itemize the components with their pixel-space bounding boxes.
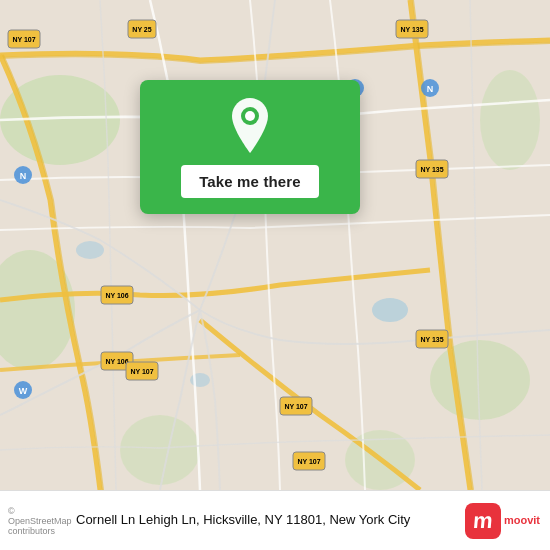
svg-text:NY 135: NY 135 — [420, 336, 443, 343]
map-svg: NY 25 NY 107 NY 135 NY 135 NY 135 NY 106… — [0, 0, 550, 490]
svg-text:NY 107: NY 107 — [12, 36, 35, 43]
svg-point-5 — [120, 415, 200, 485]
svg-text:NY 106: NY 106 — [105, 292, 128, 299]
svg-point-6 — [480, 70, 540, 170]
svg-point-39 — [245, 111, 255, 121]
location-pin-icon — [226, 98, 274, 153]
take-me-there-button[interactable]: Take me there — [181, 165, 319, 198]
svg-text:NY 107: NY 107 — [284, 403, 307, 410]
svg-text:NY 107: NY 107 — [297, 458, 320, 465]
svg-text:NY 106: NY 106 — [105, 358, 128, 365]
moovit-brand-text: moovit — [504, 514, 540, 527]
bottom-bar: © OpenStreetMap contributors Cornell Ln … — [0, 490, 550, 550]
location-text: Cornell Ln Lehigh Ln, Hicksville, NY 118… — [68, 512, 465, 529]
svg-text:NY 107: NY 107 — [130, 368, 153, 375]
svg-point-7 — [372, 298, 408, 322]
svg-text:N: N — [427, 84, 434, 94]
svg-text:NY 135: NY 135 — [420, 166, 443, 173]
svg-point-3 — [430, 340, 530, 420]
moovit-logo[interactable]: m moovit — [465, 503, 540, 539]
moovit-logo-icon: m — [465, 503, 501, 539]
svg-text:NY 25: NY 25 — [132, 26, 151, 33]
svg-point-8 — [76, 241, 104, 259]
attribution: © OpenStreetMap contributors — [8, 506, 68, 536]
location-card: Take me there — [140, 80, 360, 214]
svg-text:N: N — [20, 171, 27, 181]
svg-text:W: W — [19, 386, 28, 396]
map-container: NY 25 NY 107 NY 135 NY 135 NY 135 NY 106… — [0, 0, 550, 490]
svg-text:NY 135: NY 135 — [400, 26, 423, 33]
app: NY 25 NY 107 NY 135 NY 135 NY 135 NY 106… — [0, 0, 550, 550]
moovit-m-letter: m — [472, 510, 493, 532]
